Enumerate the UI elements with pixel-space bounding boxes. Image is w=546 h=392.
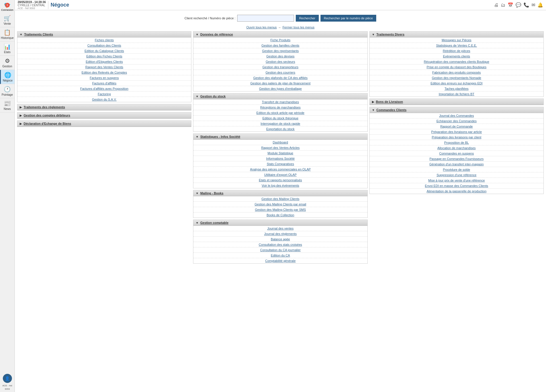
menu-link-gestion-des-mailing-clients-par-sms[interactable]: Gestion des Mailing Clients par SMS xyxy=(193,207,367,212)
menu-link-gestion-des-reprsentants[interactable]: Gestion des représentants xyxy=(193,48,367,54)
menu-link-journal-des-rglements[interactable]: Journal des règlements xyxy=(193,231,367,237)
section-header-mailing-books[interactable]: ▼Mailing - Books xyxy=(193,190,367,196)
menu-link-procdure-de-solde[interactable]: Procédure de solde xyxy=(370,167,543,172)
menu-link-gestion-des-mailing-clients-par-email[interactable]: Gestion des Mailing Clients par email xyxy=(193,202,367,207)
section-header-donnees-reference[interactable]: ▼Données de référence xyxy=(193,32,367,37)
section-header-gestion-comptable[interactable]: ▼Gestion comptable xyxy=(193,220,367,226)
menu-link-taches-planifies[interactable]: Taches planifiées xyxy=(370,86,543,91)
menu-link-edition-des-erreurs-sur-changes-edi[interactable]: Edition des erreurs sur échanges EDI xyxy=(370,81,543,86)
menu-link-rapport-de-commande[interactable]: Rapport de Commande xyxy=(370,124,543,129)
menu-link-edition-des-fiches-clients[interactable]: Edition des Fiches Clients xyxy=(17,54,191,59)
menu-link-transfert-de-marchandises[interactable]: Transfert de marchandises xyxy=(193,99,367,105)
menu-link-exportation-du-stock[interactable]: Exportation du stock xyxy=(193,126,367,132)
menu-link-informations-socit[interactable]: Informations Société xyxy=(193,156,367,161)
menu-link-consultation-des-clients[interactable]: Consultation des Clients xyxy=(17,43,191,48)
menu-link-gestion-des-types-demballage[interactable]: Gestion des types d'emballage xyxy=(193,86,367,91)
menu-link-fiche-produits[interactable]: Fiche Produits xyxy=(193,37,367,43)
menu-link-books-de-collection[interactable]: Books de Collection xyxy=(193,212,367,218)
email-icon[interactable]: ✉ xyxy=(531,2,535,8)
menu-link-fabrication-des-produits-composs[interactable]: Fabrication des produits composés xyxy=(370,70,543,75)
section-header-bons-livraison[interactable]: ▶Bons de Livraison xyxy=(370,99,543,105)
menu-link-stats-comparatives[interactable]: Stats Comparatives xyxy=(193,161,367,167)
menu-link-alimentation-de-la-passerelle-de-production[interactable]: Alimentation de la passerelle de product… xyxy=(370,189,543,194)
section-header-gestion-stock[interactable]: ▼Gestion du stock xyxy=(193,93,367,99)
menu-link-prparation-des-livraisons-par-client[interactable]: Préparation des livraisons par client xyxy=(370,135,543,140)
section-header-traitements-reglements[interactable]: ▶Traitements des règlements xyxy=(17,104,191,110)
menu-link-comptabilit-gnrale[interactable]: Comptabilité générale xyxy=(193,258,367,263)
window-icon[interactable]: 🗂 xyxy=(501,3,505,8)
sidebar-item-negoce[interactable]: 🌐 Négoce xyxy=(0,70,15,84)
section-header-declaration-echange[interactable]: ▶Déclaration d'Echange de Biens xyxy=(17,121,191,127)
menu-link-echancier-des-commandes[interactable]: Echéancier des Commandes xyxy=(370,118,543,124)
menu-link-consultation-des-stats-croises[interactable]: Consultation des stats croisées xyxy=(193,242,367,247)
section-header-statistiques[interactable]: ▼Statistiques - Infos Société xyxy=(193,134,367,140)
menu-link-module-statistique[interactable]: Module Statistique xyxy=(193,151,367,156)
menu-link-gestion-des-familles-clients[interactable]: Gestion des familles clients xyxy=(193,43,367,48)
section-header-commandes-clients[interactable]: ▼Commandes Clients xyxy=(370,107,543,113)
menu-link-fiches-clients[interactable]: Fiches clients xyxy=(17,37,191,43)
menu-link-consultation-du-ca-journalier[interactable]: Consultation du CA journalier xyxy=(193,247,367,253)
menu-link-balance-age[interactable]: Balance agée xyxy=(193,237,367,242)
menu-link-statistiques-de-ventes-cee[interactable]: Statistiques de Ventes C.E.E. xyxy=(370,43,543,48)
menu-link-journal-des-commandes[interactable]: Journal des Commandes xyxy=(370,113,543,118)
print-icon[interactable]: 🖨 xyxy=(494,3,499,8)
menu-link-analyse-des-pices-commerciales-en-olap[interactable]: Analyse des pièces commerciales en OLAP xyxy=(193,167,367,172)
menu-link-prise-en-compte-du-rassort-des-boutiques[interactable]: Prise en compte du réassort des Boutique… xyxy=(370,64,543,70)
sidebar-item-historique[interactable]: 📋 Historique xyxy=(0,27,15,41)
menu-link-gestion-des-mailing-clients[interactable]: Gestion des Mailing Clients xyxy=(193,196,367,202)
search-input[interactable] xyxy=(237,15,294,22)
menu-link-voir-le-log-des-vnements[interactable]: Voir le log des évènements xyxy=(193,183,367,188)
menu-link-evnements-clients[interactable]: Evènements clients xyxy=(370,54,543,59)
menu-link-proposition-de-bl[interactable]: Proposition de BL xyxy=(370,140,543,145)
menu-link-messages-sur-pices[interactable]: Messages sur Pièces xyxy=(370,37,543,43)
menu-link-rapport-des-ventes-clients[interactable]: Rapport des Ventes Clients xyxy=(17,64,191,70)
menu-link-envoi-edi-en-masse-des-commandes-clients[interactable]: Envoi EDI en masse des Commandes Clients xyxy=(370,183,543,189)
search-button[interactable]: Rechercher xyxy=(296,15,319,22)
menu-link-gestion-du-sav[interactable]: Gestion du S.A.V. xyxy=(17,97,191,102)
menu-link-edition-du-stock-thorique[interactable]: Edition du stock théorique xyxy=(193,116,367,121)
menu-link-factures-daffilis-avec-proposition[interactable]: Factures d'affiliés avec Proposition xyxy=(17,86,191,91)
menu-link-etats-et-rapports-personnaliss[interactable]: Etats et rapports personnalisés xyxy=(193,178,367,183)
section-header-traitements-clients[interactable]: ▼Traitements Clients xyxy=(17,32,191,37)
menu-link-gestion-des-transporteurs[interactable]: Gestion des transporteurs xyxy=(193,64,367,70)
open-all-menus-link[interactable]: Ouvrir tous les menus xyxy=(246,26,277,29)
calendar-icon[interactable]: 📅 xyxy=(508,2,513,8)
menu-link-prparation-des-livraisons-par-article[interactable]: Préparation des livraisons par article xyxy=(370,129,543,135)
alert-icon[interactable]: 🔔 xyxy=(537,2,543,8)
menu-link-utilitaire-dexport-olap[interactable]: Utilitaire d'export OLAP xyxy=(193,172,367,178)
menu-link-edition-du-ca[interactable]: Edition du CA xyxy=(193,253,367,258)
menu-link-gestion-des-paliers-de-plan-de-financement[interactable]: Gestion des paliers de plan de financeme… xyxy=(193,81,367,86)
menu-link-dashboard[interactable]: Dashboard xyxy=(193,140,367,145)
menu-link-rdition-de-pices[interactable]: Réédition de pièces xyxy=(370,48,543,54)
menu-link-importation-de-fichiers-bt[interactable]: Importation de fichiers BT xyxy=(370,91,543,97)
menu-link-commandes-en-suspens[interactable]: Commandes en suspens xyxy=(370,151,543,156)
menu-link-factures-en-suspens[interactable]: Factures en suspens xyxy=(17,75,191,81)
section-header-traitements-divers[interactable]: ▼Traitements Divers xyxy=(370,32,543,37)
menu-link-allocation-de-marchandises[interactable]: Allocation de marchandises xyxy=(370,145,543,151)
sidebar-item-gestion[interactable]: ⚙ Gestion xyxy=(0,56,15,70)
menu-link-gestion-des-courriers[interactable]: Gestion des courriers xyxy=(193,70,367,75)
close-all-menus-link[interactable]: Fermer tous les menus xyxy=(282,26,314,29)
sidebar-item-pointage[interactable]: 🕐 Pointage xyxy=(0,84,15,98)
menu-link-gestion-des-plafonds-de-ca-des-affilis[interactable]: Gestion des plafonds de CA des affiliés xyxy=(193,75,367,81)
menu-link-suppression-dune-rfrence[interactable]: Suppression d'une référence xyxy=(370,172,543,178)
menu-link-interrogation-de-stock-rapide[interactable]: Interrogation de stock rapide xyxy=(193,121,367,126)
menu-link-gestion-des-devises[interactable]: Gestion des devises xyxy=(193,54,367,59)
menu-link-edition-detiquettes-clients[interactable]: Edition d'Etiquettes Clients xyxy=(17,59,191,64)
search-by-piece-button[interactable]: Rechercher par le numéro de pièce xyxy=(320,15,376,22)
menu-link-factoring[interactable]: Factoring xyxy=(17,91,191,97)
menu-link-rceptions-de-marchandises[interactable]: Réceptions de marchandises xyxy=(193,105,367,110)
sidebar-item-etats[interactable]: 📊 Etats xyxy=(0,41,15,56)
menu-link-edition-du-catalogue-clients[interactable]: Edition du Catalogue Clients xyxy=(17,48,191,54)
sidebar-item-vente[interactable]: 🛒 Vente xyxy=(0,13,15,27)
menu-link-edition-du-stock-article-par-priode[interactable]: Edition du stock article par période xyxy=(193,110,367,116)
menu-link-edition-des-relevs-de-comptes[interactable]: Edition des Relevés de Comptes xyxy=(17,70,191,75)
sidebar-item-news[interactable]: 📰 News xyxy=(0,98,15,112)
menu-link-gestion-des-secteurs[interactable]: Gestion des secteurs xyxy=(193,59,367,64)
menu-link-gestion-des-reprsentants-nomade[interactable]: Gestion des représentants Nomade xyxy=(370,75,543,81)
menu-link-factures-daffilis[interactable]: Factures d'affiliés xyxy=(17,81,191,86)
menu-link-gnration-dun-transfert-inter-magasin[interactable]: Génération d'un transfert inter-magasin xyxy=(370,162,543,167)
menu-link-mise--jour-prix-de-vente-dune-rfrence[interactable]: Mise à jour prix de vente d'une référenc… xyxy=(370,178,543,183)
section-header-gestion-comptes[interactable]: ▶Gestion des comptes débiteurs xyxy=(17,112,191,118)
menu-link-rapport-des-ventes-articles[interactable]: Rapport des Ventes Articles xyxy=(193,145,367,151)
